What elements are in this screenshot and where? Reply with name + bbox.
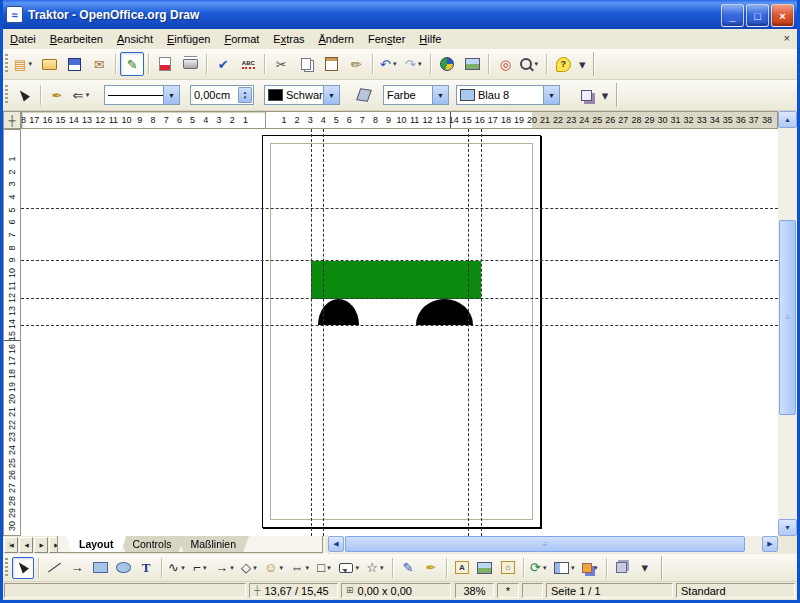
help-button[interactable]: ?	[551, 52, 575, 76]
chevron-down-icon[interactable]: ▼	[163, 86, 179, 104]
line-tool[interactable]	[43, 557, 65, 579]
menu-datei[interactable]: Datei	[3, 31, 43, 47]
fill-type-select[interactable]: Farbe▼	[383, 85, 449, 105]
menu-ändern[interactable]: Ändern	[312, 31, 361, 47]
fontwork-button[interactable]: A	[451, 557, 473, 579]
toolbar-grip[interactable]	[5, 558, 8, 578]
guide-vertical[interactable]	[311, 129, 312, 536]
export-pdf-button[interactable]	[153, 52, 177, 76]
line-dialog-button[interactable]: ✒	[45, 83, 69, 107]
glue-points-button[interactable]: ✒	[420, 557, 442, 579]
redo-button[interactable]: ↷▾	[402, 52, 426, 76]
alignment-button[interactable]: ▾	[552, 557, 579, 579]
menu-ansicht[interactable]: Ansicht	[110, 31, 160, 47]
copy-button[interactable]	[294, 52, 318, 76]
close-button[interactable]: ×	[771, 4, 794, 27]
chevron-down-icon[interactable]: ▼	[432, 86, 448, 104]
arrange-button[interactable]: ▾	[580, 557, 602, 579]
tab-controls[interactable]: Controls	[119, 536, 184, 552]
chevron-down-icon[interactable]: ▼	[543, 86, 559, 104]
ruler-origin-button[interactable]: ┼	[3, 111, 21, 129]
chevron-down-icon[interactable]: ▼	[323, 86, 339, 104]
chart-button[interactable]	[435, 52, 459, 76]
connector-tool[interactable]: ⌐▾	[190, 557, 212, 579]
guide-vertical[interactable]	[323, 129, 324, 536]
vertical-scrollbar[interactable]: ▲ ≡ ▼	[778, 111, 797, 536]
line-style-select[interactable]: ▼	[104, 85, 180, 105]
chevron-down-icon[interactable]: ▾	[179, 564, 187, 572]
scroll-up-button[interactable]: ▲	[778, 111, 797, 128]
save-button[interactable]	[62, 52, 86, 76]
star-tool[interactable]: ☆▾	[364, 557, 388, 579]
callout-tool[interactable]: ▾	[337, 557, 363, 579]
edit-points-mode-button[interactable]	[12, 83, 36, 107]
new-button[interactable]: ▤▾	[12, 52, 36, 76]
arrow-tool[interactable]: →	[66, 557, 88, 579]
scroll-down-button[interactable]: ▼	[778, 519, 797, 536]
symbol-shapes-tool[interactable]: ☺▾	[262, 557, 287, 579]
basic-shapes-tool[interactable]: ◇▾	[239, 557, 261, 579]
gallery-button[interactable]: ⌂	[497, 557, 519, 579]
chevron-down-icon[interactable]: ▾	[378, 564, 386, 572]
open-button[interactable]	[37, 52, 61, 76]
vertical-scroll-thumb[interactable]: ≡	[779, 220, 796, 415]
fill-style-button[interactable]	[352, 83, 376, 107]
guide-horizontal[interactable]	[21, 260, 778, 261]
spellcheck-button[interactable]: ✔	[211, 52, 235, 76]
toolbar-grip[interactable]	[5, 85, 8, 105]
fill-color-select[interactable]: Blau 8▼	[456, 85, 560, 105]
menu-einfügen[interactable]: Einfügen	[160, 31, 217, 47]
email-button[interactable]: ✉	[87, 52, 111, 76]
curve-tool[interactable]: ∿▾	[166, 557, 189, 579]
arrow-style-button[interactable]: ⇐▾	[70, 83, 94, 107]
rectangle-tool[interactable]	[89, 557, 111, 579]
paste-button[interactable]	[319, 52, 343, 76]
chevron-down-icon[interactable]: ▾	[325, 564, 333, 572]
chevron-down-icon[interactable]: ▾	[592, 564, 600, 572]
scroll-left-button[interactable]: ◀	[328, 536, 344, 552]
menu-bearbeiten[interactable]: Bearbeiten	[43, 31, 110, 47]
titlebar[interactable]: ≈ Traktor - OpenOffice.org Draw _□×	[0, 0, 800, 29]
insert-picture-button[interactable]	[474, 557, 496, 579]
minimize-button[interactable]: _	[721, 4, 744, 27]
menu-hilfe[interactable]: Hilfe	[412, 31, 448, 47]
horizontal-scroll-thumb[interactable]: ≡	[345, 536, 745, 552]
menu-format[interactable]: Format	[217, 31, 266, 47]
trailer-body-shape[interactable]	[311, 261, 481, 299]
cut-button[interactable]: ✂	[269, 52, 293, 76]
toolbar-grip[interactable]	[5, 54, 8, 74]
flowchart-tool[interactable]: □▾	[314, 557, 336, 579]
chevron-down-icon[interactable]: ▾	[569, 564, 577, 572]
zoom-button[interactable]: ▾	[518, 52, 542, 76]
guide-horizontal[interactable]	[21, 298, 778, 299]
next-page-button[interactable]: ▶	[34, 537, 48, 553]
chevron-down-icon[interactable]: ▾	[251, 564, 259, 572]
guide-vertical[interactable]	[481, 129, 482, 536]
gallery-button[interactable]	[460, 52, 484, 76]
chevron-down-icon[interactable]: ▾	[83, 91, 91, 99]
select-tool[interactable]	[12, 557, 34, 579]
horizontal-scrollbar[interactable]: ◀ ≡ ▶	[328, 536, 778, 553]
extrusion-button[interactable]	[611, 557, 633, 579]
navigator-button[interactable]: ◎	[493, 52, 517, 76]
menu-fenster[interactable]: Fenster	[361, 31, 412, 47]
chevron-down-icon[interactable]: ▾	[532, 60, 540, 68]
edit-file-button[interactable]: ✎	[120, 52, 144, 76]
tab-masslinien[interactable]: Maßlinien	[178, 536, 250, 552]
chevron-down-icon[interactable]: ▾	[303, 564, 311, 572]
format-paintbrush-button[interactable]: ✏	[344, 52, 368, 76]
print-button[interactable]	[178, 52, 202, 76]
maximize-button[interactable]: □	[746, 4, 769, 27]
guide-horizontal[interactable]	[21, 208, 778, 209]
edit-points-button[interactable]: ✎	[397, 557, 419, 579]
line-width-field[interactable]: 0,00cm▴▾	[190, 85, 254, 105]
chevron-down-icon[interactable]: ▾	[201, 564, 209, 572]
tab-layout[interactable]: Layout	[66, 536, 126, 552]
guide-horizontal[interactable]	[21, 325, 778, 326]
block-arrow-tool[interactable]: →▾	[213, 557, 238, 579]
document-close-button[interactable]: ×	[784, 32, 790, 44]
horizontal-ruler[interactable]: 1817161514131211109876543211234567891011…	[21, 111, 778, 129]
first-page-button[interactable]: |◀	[4, 537, 18, 553]
scroll-right-button[interactable]: ▶	[762, 536, 778, 552]
autospellcheck-button[interactable]: ABC	[236, 52, 260, 76]
